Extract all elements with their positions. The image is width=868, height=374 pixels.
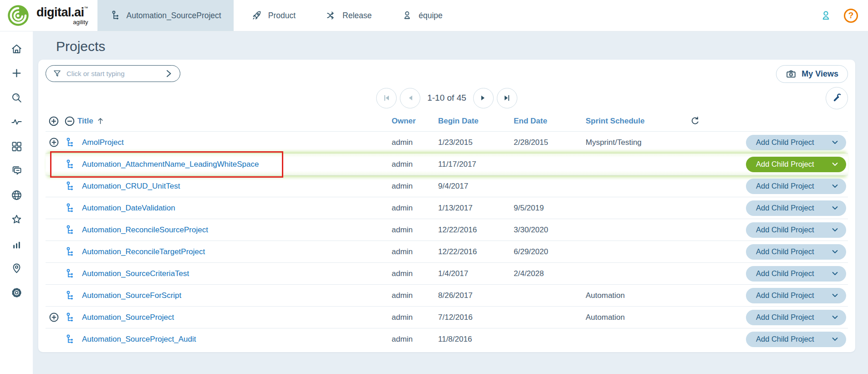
tab-equipe[interactable]: équipe [389,0,455,31]
bar-chart-icon [10,238,23,250]
conversations-icon [10,164,23,177]
chevron-down-icon [831,138,839,146]
chevron-down-icon [831,292,839,299]
owner-cell: admin [392,182,438,191]
owner-cell: admin [392,291,438,300]
project-tree-icon [65,159,75,170]
filter-bar[interactable] [46,65,180,82]
add-child-project-button[interactable]: Add Child Project [746,266,846,282]
sidebar-item-grid[interactable] [6,136,26,156]
column-header-begin-date[interactable]: Begin Date [438,117,514,126]
add-child-project-button[interactable]: Add Child Project [746,179,846,194]
project-title-link[interactable]: Automation_ReconcileSourceProject [82,225,208,235]
customize-grid-button[interactable] [826,87,848,109]
owner-cell: admin [392,225,438,235]
sidebar-item-search[interactable] [6,87,26,108]
begin-date-cell: 8/26/2017 [438,291,514,300]
begin-date-cell: 11/8/2016 [438,335,514,344]
column-header-end-date[interactable]: End Date [514,117,586,126]
add-child-project-label: Add Child Project [756,225,814,234]
sidebar-item-star[interactable] [6,210,26,230]
project-title-link[interactable]: Automation_SourceProject [82,313,174,322]
project-title-link[interactable]: Automation_DateValidation [82,204,175,213]
sidebar-item-settings-gear[interactable] [6,282,26,302]
end-date-cell: 9/5/2019 [514,204,586,213]
project-title-link[interactable]: Automation_AttachmentName_LeadingWhiteSp… [82,160,259,169]
tab-release[interactable]: Release [313,0,384,31]
expand-all-icon[interactable] [48,115,60,127]
chevron-down-icon [831,182,839,190]
sort-ascending-icon[interactable] [96,117,105,125]
add-child-project-label: Add Child Project [756,247,814,256]
tab-label: Product [268,11,296,20]
end-date-cell: 6/29/2020 [514,247,586,256]
help-icon[interactable]: ? [844,9,858,23]
begin-date-cell: 1/23/2015 [438,138,514,147]
tab-label: équipe [419,11,443,20]
table-row: AmolProject admin 1/23/2015 2/28/2015 My… [46,132,848,154]
sidebar-item-plus[interactable] [6,63,26,83]
user-icon[interactable] [820,10,832,22]
sidebar-item-home[interactable] [6,39,26,59]
tab-label: Release [342,11,372,20]
first-page-button[interactable] [376,88,397,108]
expand-row-icon[interactable] [48,137,60,148]
project-title-link[interactable]: Automation_SourceProject_Audit [82,335,196,344]
add-child-project-button[interactable]: Add Child Project [746,157,846,172]
column-header-owner[interactable]: Owner [392,117,438,126]
next-page-button[interactable] [473,88,494,108]
add-child-project-button[interactable]: Add Child Project [746,135,846,150]
home-icon [10,43,23,55]
tab-product[interactable]: Product [239,0,308,31]
brand-product: agility [36,19,88,25]
add-child-project-button[interactable]: Add Child Project [746,244,846,260]
sidebar-item-conversations[interactable] [6,161,26,181]
brand-trademark: ™ [84,6,88,10]
sidebar-item-location-pin[interactable] [6,258,26,278]
add-child-project-button[interactable]: Add Child Project [746,288,846,303]
add-child-project-button[interactable]: Add Child Project [746,332,846,347]
column-header-sprint-schedule[interactable]: Sprint Schedule [586,117,682,126]
camera-icon [786,69,797,80]
refresh-icon[interactable] [690,116,700,126]
begin-date-cell: 12/22/2016 [438,225,514,235]
rocket-icon [251,10,262,21]
table-row: Automation_ReconcileTargetProject admin … [46,241,848,263]
project-tree-icon [65,334,75,345]
previous-page-button[interactable] [400,88,420,108]
my-views-button[interactable]: My Views [776,65,848,83]
projects-card: My Views 1-10 of 45 [38,60,855,352]
project-title-link[interactable]: Automation_SourceCriteriaTest [82,269,189,278]
add-child-project-button[interactable]: Add Child Project [746,310,846,325]
person-icon [402,10,413,21]
tab-automation-sourceproject[interactable]: Automation_SourceProject [97,0,234,31]
project-title-link[interactable]: Automation_SourceForScript [82,291,181,300]
sprint-schedule-cell: Automation [586,313,682,322]
add-child-project-label: Add Child Project [756,160,814,169]
sidebar-item-activity[interactable] [6,112,26,132]
last-page-button[interactable] [497,88,517,108]
add-child-project-button[interactable]: Add Child Project [746,222,846,238]
sidebar-item-bar-chart[interactable] [6,234,26,254]
sprint-schedule-cell: Mysprint/Testing [586,138,682,147]
project-title-link[interactable]: Automation_ReconcileTargetProject [82,247,205,256]
shell: Projects [0,31,868,374]
expand-row-icon[interactable] [48,312,60,323]
add-child-project-label: Add Child Project [756,182,814,190]
column-header-title[interactable]: Title [77,117,93,126]
chevron-down-icon [831,160,839,168]
project-title-link[interactable]: Automation_CRUD_UnitTest [82,182,180,191]
collapse-all-icon[interactable] [64,115,76,127]
add-child-project-button[interactable]: Add Child Project [746,200,846,216]
chevron-down-icon [831,313,839,321]
sidebar-item-globe[interactable] [6,185,26,205]
shuffle-icon [326,10,337,21]
filter-input[interactable] [66,70,159,77]
filter-go-icon[interactable] [164,69,174,78]
activity-icon [10,116,23,128]
project-title-link[interactable]: AmolProject [82,138,124,147]
brand-logo: digital.ai™ agility [0,0,97,31]
owner-cell: admin [392,269,438,278]
table-header-row: Title Owner Begin Date End Date Sprint S… [46,111,848,132]
owner-cell: admin [392,335,438,344]
